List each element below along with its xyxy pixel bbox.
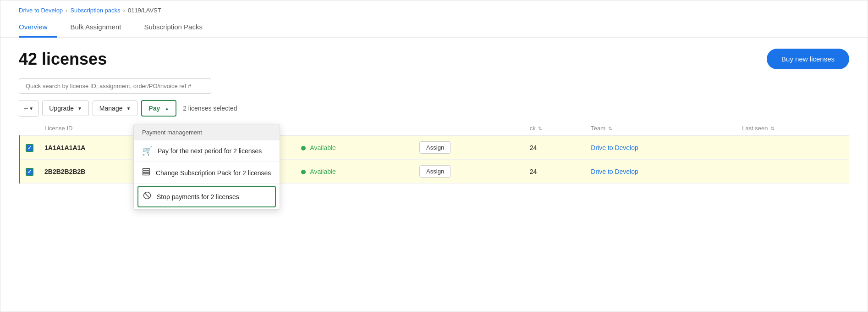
row2-status-dot bbox=[301, 170, 306, 174]
row2-id-value: 2B2B2B2B2B bbox=[44, 168, 85, 175]
row2-status: Available bbox=[296, 160, 414, 184]
stop-payments-label: Stop payments for 2 licenses bbox=[157, 193, 239, 201]
tabs-container: Overview Bulk Assignment Subscription Pa… bbox=[0, 18, 868, 38]
row1-team-link[interactable]: Drive to Develop bbox=[591, 144, 638, 151]
team-sort-icon: ⇅ bbox=[608, 126, 612, 131]
row1-team[interactable]: Drive to Develop bbox=[585, 136, 736, 160]
search-section bbox=[0, 78, 868, 100]
svg-rect-1 bbox=[143, 171, 150, 173]
licenses-count: 42 licenses bbox=[19, 50, 107, 69]
breadcrumb: Drive to Develop › Subscription packs › … bbox=[0, 0, 868, 18]
breadcrumb-sep-1: › bbox=[66, 7, 67, 14]
table-section: License ID Assigned to ↑ ck ⇅ Team ⇅ bbox=[0, 121, 868, 184]
manage-button[interactable]: Manage ▼ bbox=[93, 100, 138, 116]
ck-sort-icon: ⇅ bbox=[538, 126, 542, 131]
row1-id-value: 1A1A1A1A1A bbox=[44, 144, 85, 151]
svg-rect-0 bbox=[143, 168, 150, 170]
pay-label: Pay bbox=[148, 105, 160, 112]
col-assign bbox=[414, 121, 524, 136]
search-input[interactable] bbox=[19, 78, 211, 94]
change-subscription-pack-label: Change Subscription Pack for 2 licenses bbox=[156, 169, 271, 177]
header-section: 42 licenses Buy new licenses bbox=[0, 38, 868, 78]
cart-icon: 🛒 bbox=[142, 146, 152, 156]
col-last-seen[interactable]: Last seen ⇅ bbox=[736, 121, 849, 136]
manage-label: Manage bbox=[99, 105, 123, 112]
row2-ck: 24 bbox=[524, 160, 586, 184]
last-seen-sort-icon: ⇅ bbox=[770, 126, 775, 131]
ck-label: ck bbox=[530, 125, 536, 132]
select-all-button[interactable]: − ▼ bbox=[19, 100, 38, 117]
pay-button[interactable]: Pay ▲ bbox=[141, 100, 176, 117]
row1-last-seen bbox=[736, 136, 849, 160]
dropdown-header: Payment management bbox=[134, 124, 280, 140]
row1-ck: 24 bbox=[524, 136, 586, 160]
row1-status-dot bbox=[301, 146, 306, 150]
change-subscription-pack-item[interactable]: Change Subscription Pack for 2 licenses bbox=[134, 162, 280, 184]
row2-last-seen bbox=[736, 160, 849, 184]
row1-status: Available bbox=[296, 136, 414, 160]
upgrade-label: Upgrade bbox=[49, 105, 74, 112]
row2-assign-cell[interactable]: Assign bbox=[414, 160, 524, 184]
pay-next-period-label: Pay for the next period for 2 licenses bbox=[158, 147, 262, 155]
svg-line-4 bbox=[145, 193, 150, 198]
svg-rect-2 bbox=[143, 173, 150, 175]
breadcrumb-current: 0119/LAVST bbox=[128, 7, 161, 14]
pay-dropdown-menu: Payment management 🛒 Pay for the next pe… bbox=[133, 124, 280, 210]
row1-checkbox-cell[interactable] bbox=[20, 136, 39, 160]
layers-icon bbox=[142, 167, 150, 178]
row2-team[interactable]: Drive to Develop bbox=[585, 160, 736, 184]
tab-subscription-packs[interactable]: Subscription Packs bbox=[144, 18, 212, 38]
col-checkbox bbox=[20, 121, 39, 136]
row1-assign-button[interactable]: Assign bbox=[419, 141, 451, 154]
toolbar: − ▼ Upgrade ▼ Manage ▼ Pay ▲ 2 licenses … bbox=[0, 100, 868, 121]
stop-circle-icon bbox=[143, 191, 151, 202]
upgrade-caret-icon: ▼ bbox=[77, 106, 82, 111]
col-status bbox=[296, 121, 414, 136]
row2-checkbox-cell[interactable] bbox=[20, 160, 39, 184]
col-team[interactable]: Team ⇅ bbox=[585, 121, 736, 136]
tab-overview[interactable]: Overview bbox=[19, 18, 57, 38]
manage-caret-icon: ▼ bbox=[126, 106, 131, 111]
last-seen-label: Last seen bbox=[742, 125, 768, 132]
row1-status-text: Available bbox=[310, 144, 336, 151]
tab-bulk-assignment[interactable]: Bulk Assignment bbox=[71, 18, 131, 38]
row2-checkbox[interactable] bbox=[26, 168, 33, 176]
pay-next-period-item[interactable]: 🛒 Pay for the next period for 2 licenses bbox=[134, 140, 280, 162]
row2-team-link[interactable]: Drive to Develop bbox=[591, 168, 638, 175]
team-label: Team bbox=[591, 125, 605, 132]
breadcrumb-link-subscription[interactable]: Subscription packs bbox=[70, 7, 120, 14]
row2-assign-button[interactable]: Assign bbox=[419, 165, 451, 178]
selected-count-label: 2 licenses selected bbox=[183, 105, 237, 112]
stop-payments-item[interactable]: Stop payments for 2 licenses bbox=[137, 186, 276, 207]
row2-status-text: Available bbox=[310, 168, 336, 175]
upgrade-button[interactable]: Upgrade ▼ bbox=[42, 100, 89, 116]
breadcrumb-sep-2: › bbox=[123, 7, 125, 14]
breadcrumb-link-drive[interactable]: Drive to Develop bbox=[19, 7, 63, 14]
buy-new-licenses-button[interactable]: Buy new licenses bbox=[767, 49, 849, 69]
pay-caret-icon: ▲ bbox=[165, 106, 169, 111]
row1-assign-cell[interactable]: Assign bbox=[414, 136, 524, 160]
indeterminate-icon: − bbox=[24, 104, 28, 112]
select-caret-icon: ▼ bbox=[29, 106, 33, 111]
row1-checkbox[interactable] bbox=[26, 144, 33, 152]
col-ck[interactable]: ck ⇅ bbox=[524, 121, 586, 136]
